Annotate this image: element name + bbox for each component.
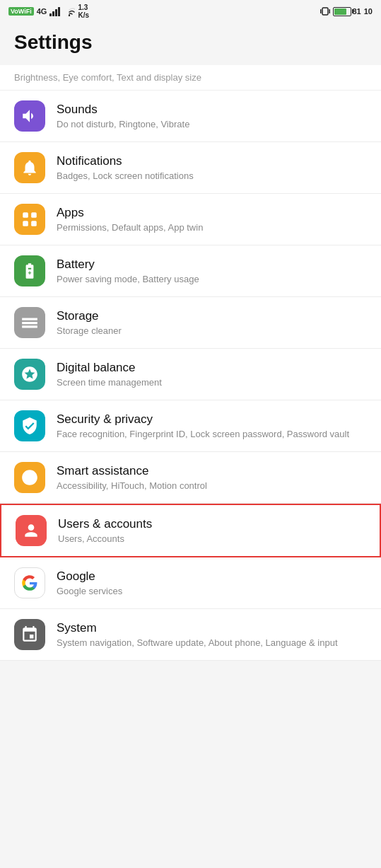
digital-balance-subtitle: Screen time management bbox=[57, 377, 367, 388]
truncated-text: Brightness, Eye comfort, Text and displa… bbox=[14, 72, 201, 83]
svg-rect-3 bbox=[58, 7, 60, 16]
storage-icon-wrapper bbox=[14, 307, 45, 338]
smart-assistance-text: Smart assistance Accessibility, HiTouch,… bbox=[57, 464, 367, 491]
svg-rect-2 bbox=[55, 9, 57, 16]
security-privacy-icon bbox=[20, 417, 39, 435]
sounds-text: Sounds Do not disturb, Ringtone, Vibrate bbox=[57, 103, 367, 129]
digital-balance-icon-wrapper bbox=[14, 359, 45, 390]
storage-text: Storage Storage cleaner bbox=[57, 309, 367, 336]
smart-assistance-icon bbox=[20, 468, 39, 487]
system-icon bbox=[20, 625, 39, 644]
settings-item-apps[interactable]: Apps Permissions, Default apps, App twin bbox=[0, 194, 381, 245]
system-subtitle: System navigation, Software update, Abou… bbox=[57, 637, 367, 648]
settings-item-system[interactable]: System System navigation, Software updat… bbox=[0, 609, 381, 661]
svg-rect-10 bbox=[23, 221, 28, 226]
network-type: 4G bbox=[37, 7, 47, 16]
system-text: System System navigation, Software updat… bbox=[57, 621, 367, 648]
system-title: System bbox=[57, 621, 367, 635]
apps-title: Apps bbox=[57, 206, 367, 220]
apps-text: Apps Permissions, Default apps, App twin bbox=[57, 206, 367, 233]
digital-balance-title: Digital balance bbox=[57, 361, 367, 375]
svg-rect-5 bbox=[322, 8, 328, 15]
storage-subtitle: Storage cleaner bbox=[57, 325, 367, 336]
status-right: 81 10 bbox=[320, 6, 373, 16]
notifications-icon bbox=[20, 158, 39, 177]
users-accounts-title: Users & accounts bbox=[58, 517, 365, 531]
svg-rect-0 bbox=[49, 13, 52, 16]
settings-item-smart-assistance[interactable]: Smart assistance Accessibility, HiTouch,… bbox=[0, 452, 381, 504]
storage-icon bbox=[20, 313, 39, 332]
storage-title: Storage bbox=[57, 309, 367, 323]
notifications-icon-wrapper bbox=[14, 152, 45, 183]
vowifi-indicator: VoWiFi bbox=[8, 7, 34, 16]
vibrate-icon bbox=[320, 6, 330, 16]
battery-fill bbox=[334, 8, 347, 15]
network-speed: 1.3K/s bbox=[78, 4, 89, 19]
svg-rect-9 bbox=[31, 212, 37, 218]
notifications-title: Notifications bbox=[57, 154, 367, 168]
google-text: Google Google services bbox=[57, 569, 367, 596]
settings-item-digital-balance[interactable]: Digital balance Screen time management bbox=[0, 349, 381, 400]
battery-text: Battery Power saving mode, Battery usage bbox=[57, 257, 367, 284]
apps-icon-wrapper bbox=[14, 204, 45, 235]
signal-icon bbox=[49, 6, 61, 16]
apps-icon bbox=[20, 210, 39, 228]
security-privacy-text: Security & privacy Face recognition, Fin… bbox=[57, 412, 367, 439]
apps-subtitle: Permissions, Default apps, App twin bbox=[57, 222, 367, 233]
battery-subtitle: Power saving mode, Battery usage bbox=[57, 274, 367, 284]
google-subtitle: Google services bbox=[57, 586, 367, 596]
smart-assistance-icon-wrapper bbox=[14, 462, 45, 493]
security-privacy-icon-wrapper bbox=[14, 410, 45, 441]
smart-assistance-title: Smart assistance bbox=[57, 464, 367, 478]
settings-item-battery[interactable]: Battery Power saving mode, Battery usage bbox=[0, 245, 381, 297]
users-accounts-text: Users & accounts Users, Accounts bbox=[58, 517, 365, 544]
svg-point-4 bbox=[69, 15, 70, 16]
sounds-title: Sounds bbox=[57, 103, 367, 117]
status-left: VoWiFi 4G 1.3K/s bbox=[8, 4, 89, 19]
svg-rect-7 bbox=[329, 9, 330, 13]
settings-item-notifications[interactable]: Notifications Badges, Lock screen notifi… bbox=[0, 142, 381, 194]
status-bar: VoWiFi 4G 1.3K/s 81 1 bbox=[0, 0, 381, 23]
settings-item-sounds[interactable]: Sounds Do not disturb, Ringtone, Vibrate bbox=[0, 91, 381, 142]
notifications-subtitle: Badges, Lock screen notifications bbox=[57, 170, 367, 181]
system-icon-wrapper bbox=[14, 619, 45, 650]
notifications-text: Notifications Badges, Lock screen notifi… bbox=[57, 154, 367, 181]
settings-item-security-privacy[interactable]: Security & privacy Face recognition, Fin… bbox=[0, 400, 381, 452]
battery-level: 81 bbox=[353, 7, 361, 16]
page-title: Settings bbox=[0, 23, 381, 65]
users-accounts-icon-wrapper bbox=[16, 515, 47, 546]
sounds-icon bbox=[20, 107, 39, 125]
battery-box bbox=[333, 7, 351, 16]
google-icon-wrapper bbox=[14, 567, 45, 598]
svg-rect-1 bbox=[52, 11, 54, 16]
battery-title: Battery bbox=[57, 257, 367, 272]
battery-settings-icon bbox=[20, 262, 39, 280]
status-time: 10 bbox=[364, 7, 373, 16]
google-icon bbox=[20, 574, 39, 592]
digital-balance-icon bbox=[20, 365, 39, 383]
settings-list: Brightness, Eye comfort, Text and displa… bbox=[0, 65, 381, 661]
truncated-item: Brightness, Eye comfort, Text and displa… bbox=[0, 65, 381, 91]
svg-rect-8 bbox=[23, 212, 28, 218]
wifi-icon bbox=[64, 6, 75, 16]
users-accounts-icon bbox=[22, 521, 40, 540]
users-accounts-subtitle: Users, Accounts bbox=[58, 533, 365, 544]
sounds-icon-wrapper bbox=[14, 100, 45, 132]
digital-balance-text: Digital balance Screen time management bbox=[57, 361, 367, 388]
security-privacy-subtitle: Face recognition, Fingerprint ID, Lock s… bbox=[57, 429, 367, 439]
battery-indicator: 81 bbox=[333, 7, 361, 16]
settings-item-storage[interactable]: Storage Storage cleaner bbox=[0, 297, 381, 349]
settings-item-users-accounts[interactable]: Users & accounts Users, Accounts bbox=[0, 504, 381, 557]
security-privacy-title: Security & privacy bbox=[57, 412, 367, 427]
google-title: Google bbox=[57, 569, 367, 584]
settings-item-google[interactable]: Google Google services bbox=[0, 557, 381, 609]
svg-rect-6 bbox=[320, 9, 322, 13]
battery-icon-wrapper bbox=[14, 255, 45, 287]
smart-assistance-subtitle: Accessibility, HiTouch, Motion control bbox=[57, 480, 367, 491]
sounds-subtitle: Do not disturb, Ringtone, Vibrate bbox=[57, 119, 367, 129]
svg-rect-11 bbox=[31, 221, 37, 226]
